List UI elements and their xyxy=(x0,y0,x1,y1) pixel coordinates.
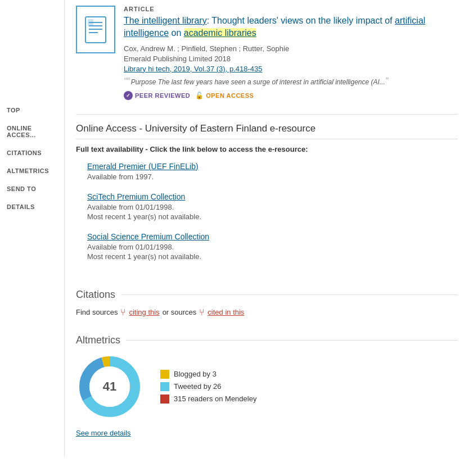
open-label: OPEN ACCESS xyxy=(206,92,254,99)
access-block-scitech: SciTech Premium Collection Available fro… xyxy=(76,192,458,221)
sidebar-item-citations[interactable]: CITATIONS xyxy=(0,144,64,162)
legend-item-mendeley: 315 readers on Mendeley xyxy=(160,395,256,404)
online-access-section: Online Access - University of Eastern Fi… xyxy=(76,115,458,280)
online-access-divider xyxy=(76,139,458,139)
emerald-link[interactable]: Emerald Premier (UEF FinELib) xyxy=(87,162,458,171)
mendeley-color-swatch xyxy=(160,395,169,404)
article-type: ARTICLE xyxy=(124,6,458,12)
sidebar-item-send-to[interactable]: SEND TO xyxy=(0,180,64,198)
scitech-info2: Most recent 1 year(s) not available. xyxy=(87,212,458,221)
citing-icon: ⑂ xyxy=(120,307,126,318)
altmetrics-score: 41 xyxy=(103,379,116,394)
citing-this-link[interactable]: citing this xyxy=(129,308,159,316)
main-content: ARTICLE The intelligent library: Thought… xyxy=(65,0,469,457)
svg-rect-5 xyxy=(88,19,93,26)
badges: ✓ PEER REVIEWED 🔓 OPEN ACCESS xyxy=(124,91,458,100)
social-info1: Available from 01/01/1998. xyxy=(87,243,458,251)
access-block-social: Social Science Premium Collection Availa… xyxy=(76,232,458,261)
cited-icon: ⑂ xyxy=(199,307,205,318)
title-text-2: on xyxy=(169,28,184,38)
open-access-badge: 🔓 OPEN ACCESS xyxy=(196,92,254,99)
legend-item-blogged: Blogged by 3 xyxy=(160,370,256,379)
article-journal[interactable]: Library hi tech, 2019, Vol.37 (3), p.418… xyxy=(124,65,458,73)
altmetrics-heading: Altmetrics xyxy=(76,334,458,346)
sidebar-item-top[interactable]: TOP xyxy=(0,101,64,119)
cited-in-this-link[interactable]: cited in this xyxy=(208,308,244,316)
article-authors: Cox, Andrew M. ; Pinfield, Stephen ; Rut… xyxy=(124,44,458,53)
citations-heading: Citations xyxy=(76,289,458,301)
altmetrics-legend: Blogged by 3 Tweeted by 26 315 readers o… xyxy=(160,370,256,404)
tweeted-label: Tweeted by 26 xyxy=(174,382,222,391)
or-sources-text: or sources xyxy=(163,308,197,316)
title-text-1: The intelligent library xyxy=(124,16,207,25)
sidebar-item-altmetrics[interactable]: ALTMETRICS xyxy=(0,162,64,180)
article-abstract: Purpose The last few years have seen a s… xyxy=(124,76,458,87)
citations-title: Citations xyxy=(76,289,115,301)
find-sources-label: Find sources xyxy=(76,308,118,316)
article-title: The intelligent library: Thought leaders… xyxy=(124,15,458,40)
sidebar-item-details[interactable]: DETAILS xyxy=(0,198,64,216)
altmetrics-content: 41 Blogged by 3 Tweeted by 26 315 reader… xyxy=(76,353,458,420)
altmetrics-donut: 41 xyxy=(76,353,143,420)
peer-label: PEER REVIEWED xyxy=(135,92,190,99)
mendeley-label: 315 readers on Mendeley xyxy=(174,395,256,403)
social-science-link[interactable]: Social Science Premium Collection xyxy=(87,232,458,241)
article-publisher: Emerald Publishing Limited 2018 xyxy=(124,55,458,63)
emerald-info1: Available from 1997. xyxy=(87,173,458,181)
open-icon: 🔓 xyxy=(196,92,204,99)
article-header: ARTICLE The intelligent library: Thought… xyxy=(76,6,458,106)
title-highlight: academic libraries xyxy=(184,28,256,38)
title-separator: : Thought leaders' views on the likely i… xyxy=(207,16,395,25)
peer-reviewed-badge: ✓ PEER REVIEWED xyxy=(124,91,190,100)
online-access-title: Online Access - University of Eastern Fi… xyxy=(76,123,458,134)
social-info2: Most recent 1 year(s) not available. xyxy=(87,252,458,261)
sidebar-item-online-access[interactable]: ONLINE ACCES... xyxy=(0,119,64,144)
see-more-link[interactable]: See more details xyxy=(76,429,458,437)
online-access-subtitle: Full text availability - Click the link … xyxy=(76,145,458,153)
altmetrics-title: Altmetrics xyxy=(76,334,120,346)
blogged-label: Blogged by 3 xyxy=(174,370,217,378)
peer-icon: ✓ xyxy=(124,91,133,100)
article-icon xyxy=(76,6,115,53)
article-meta: ARTICLE The intelligent library: Thought… xyxy=(124,6,458,100)
citations-section: Citations Find sources ⑂ citing this or … xyxy=(76,280,458,326)
blogged-color-swatch xyxy=(160,370,169,379)
scitech-link[interactable]: SciTech Premium Collection xyxy=(87,192,458,201)
legend-item-tweeted: Tweeted by 26 xyxy=(160,382,256,391)
altmetrics-section: Altmetrics xyxy=(76,326,458,446)
access-block-emerald: Emerald Premier (UEF FinELib) Available … xyxy=(76,162,458,181)
sidebar: TOP ONLINE ACCES... CITATIONS ALTMETRICS… xyxy=(0,0,65,457)
citations-links: Find sources ⑂ citing this or sources ⑂ … xyxy=(76,307,458,318)
scitech-info1: Available from 01/01/1998. xyxy=(87,203,458,211)
tweeted-color-swatch xyxy=(160,382,169,391)
